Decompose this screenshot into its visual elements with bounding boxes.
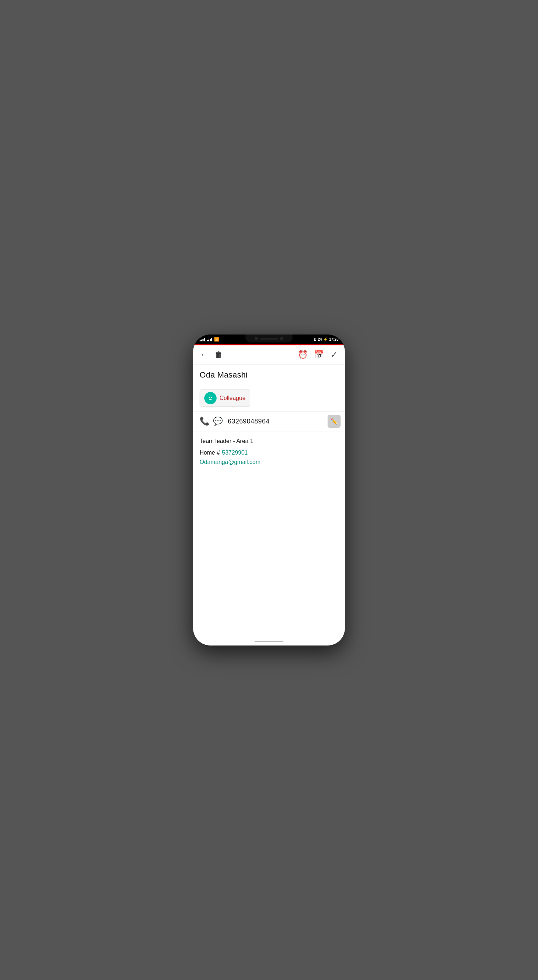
calendar-button[interactable]: 📅 <box>314 350 324 360</box>
smiley-icon <box>206 394 215 402</box>
contact-title: Team leader - Area 1 <box>200 438 338 444</box>
time-display: 17:28 <box>329 337 338 341</box>
signal-strength-1 <box>200 337 205 341</box>
home-phone-prefix: Home # <box>200 450 220 456</box>
app-content: Oda Masashi Colleague <box>193 364 345 638</box>
app-toolbar: ← 🗑 ⏰ 📅 ✓ <box>193 345 345 364</box>
colleague-tag[interactable]: Colleague <box>200 390 250 407</box>
status-right: B 24 ⚡ 17:28 <box>314 337 338 341</box>
home-phone-row: Home # 53729901 <box>200 450 338 456</box>
alarm-button[interactable]: ⏰ <box>298 350 308 360</box>
phone-screen: 📶 B 24 ⚡ 17:28 ← 🗑 ⏰ 📅 ✓ <box>193 334 345 646</box>
speaker-grille <box>260 338 278 340</box>
signal-bar2-4 <box>211 338 212 341</box>
camera-notch <box>245 334 293 342</box>
wifi-icon: 📶 <box>214 337 219 342</box>
signal-bar-2 <box>201 340 202 341</box>
back-button[interactable]: ← <box>200 350 208 360</box>
signal-bar-3 <box>202 339 204 341</box>
phone-action-icons: 📞 💬 <box>200 417 223 426</box>
signal-bar2-1 <box>207 340 208 341</box>
svg-point-0 <box>207 395 214 402</box>
home-bar <box>255 641 283 642</box>
edit-phone-button[interactable]: ✏️ <box>328 415 341 428</box>
info-section: Team leader - Area 1 Home # 53729901 Oda… <box>193 431 345 473</box>
toolbar-right: ⏰ 📅 ✓ <box>298 350 338 360</box>
phone-device: 📶 B 24 ⚡ 17:28 ← 🗑 ⏰ 📅 ✓ <box>193 334 345 646</box>
colleague-avatar-icon <box>204 392 216 404</box>
delete-button[interactable]: 🗑 <box>215 350 223 360</box>
confirm-button[interactable]: ✓ <box>331 350 338 360</box>
camera-dot <box>255 337 258 340</box>
phone-section: 📞 💬 63269048964 ✏️ <box>193 412 345 431</box>
battery-level: 24 <box>318 337 322 341</box>
signal-bar-1 <box>200 340 201 341</box>
svg-point-1 <box>209 397 210 398</box>
toolbar-left: ← 🗑 <box>200 350 223 360</box>
call-button[interactable]: 📞 <box>200 417 209 426</box>
bluetooth-icon: B <box>314 337 316 341</box>
contact-name: Oda Masashi <box>200 370 248 379</box>
contact-name-section: Oda Masashi <box>193 364 345 385</box>
signal-bar2-2 <box>208 340 209 341</box>
status-left: 📶 <box>200 337 219 342</box>
signal-bar-4 <box>204 338 205 341</box>
phone-number: 63269048964 <box>228 418 270 425</box>
colleague-label: Colleague <box>220 395 245 401</box>
home-indicator <box>193 638 345 646</box>
phone-row: 📞 💬 63269048964 <box>200 417 338 426</box>
edit-icon: ✏️ <box>331 418 338 425</box>
sms-button[interactable]: 💬 <box>213 417 223 426</box>
charging-icon: ⚡ <box>323 337 328 341</box>
tag-section: Colleague <box>193 385 345 412</box>
signal-bar2-3 <box>210 339 211 341</box>
front-camera <box>280 337 283 340</box>
email-link[interactable]: Odamanga@gmail.com <box>200 459 260 465</box>
svg-point-2 <box>211 397 212 398</box>
signal-strength-2 <box>207 337 212 341</box>
home-phone-link[interactable]: 53729901 <box>222 450 248 456</box>
email-row: Odamanga@gmail.com <box>200 459 338 465</box>
